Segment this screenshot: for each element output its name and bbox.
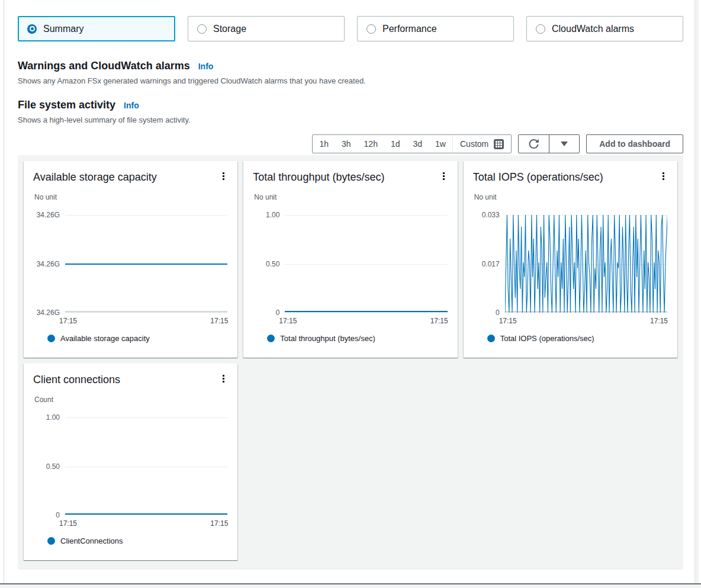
y-tick-label: 0 (276, 309, 280, 317)
y-tick-label: 0.017 (482, 260, 500, 268)
custom-label: Custom (460, 139, 488, 149)
time-range-3d[interactable]: 3d (407, 135, 429, 153)
warnings-section-header: Warnings and CloudWatch alarms Info (18, 60, 683, 72)
x-axis-tick-labels: 17:15 17:15 (279, 317, 448, 325)
chart-card-header: Total throughput (bytes/sec) (253, 170, 448, 184)
legend-item[interactable]: ClientConnections (47, 536, 228, 545)
refresh-split-button (518, 134, 580, 153)
x-tick-start: 17:15 (59, 519, 77, 528)
time-range-12h[interactable]: 12h (358, 135, 384, 153)
x-axis-line (65, 311, 227, 313)
activity-info-link[interactable]: Info (124, 101, 139, 110)
plot-region (65, 417, 227, 515)
chart-card: Total throughput (bytes/sec) No unit 1.0… (243, 161, 457, 358)
legend-item[interactable]: Available storage capacity (47, 334, 228, 343)
gridline-top (65, 215, 227, 216)
time-range-3h[interactable]: 3h (335, 135, 358, 153)
chart-title: Total throughput (bytes/sec) (253, 170, 384, 184)
y-axis-tick-labels: 0.0330.0170 (473, 215, 505, 313)
line-series (505, 215, 667, 313)
tab-label: Summary (43, 24, 83, 34)
warnings-section-description: Shows any Amazon FSx generated warnings … (18, 76, 683, 85)
x-tick-end: 17:15 (430, 317, 448, 325)
monitoring-page: Summary Storage Performance CloudWatch a… (4, 0, 697, 570)
activity-section-title: File system activity (18, 99, 115, 111)
gridline-middle (65, 467, 227, 467)
y-tick-label: 0 (56, 511, 60, 519)
tab-storage[interactable]: Storage (188, 16, 345, 41)
legend-label: Available storage capacity (60, 334, 150, 343)
chart-card-header: Total IOPS (operations/sec) (473, 170, 668, 184)
line-series (65, 264, 227, 265)
activity-section-header: File system activity Info (18, 99, 683, 111)
time-range-1w[interactable]: 1w (429, 135, 452, 153)
chart-plot-area: 1.000.500 (33, 417, 228, 515)
y-tick-label: 0 (496, 309, 500, 317)
radio-unselected-icon (197, 24, 207, 34)
tab-label: CloudWatch alarms (552, 24, 634, 34)
line-series (65, 513, 227, 515)
charts-panel: Available storage capacity No unit 34.26… (18, 155, 683, 570)
y-tick-label: 1.00 (46, 413, 60, 422)
warnings-section-title: Warnings and CloudWatch alarms (18, 60, 190, 72)
y-axis-unit-label: No unit (254, 193, 448, 201)
y-tick-label: 0.50 (266, 260, 279, 268)
kebab-menu-icon[interactable] (219, 170, 228, 182)
legend-item[interactable]: Total IOPS (operations/sec) (487, 334, 668, 343)
refresh-options-button[interactable] (549, 135, 579, 153)
add-to-dashboard-button[interactable]: Add to dashboard (586, 134, 683, 153)
x-tick-end: 17:15 (650, 317, 668, 325)
time-range-1d[interactable]: 1d (384, 135, 407, 153)
x-axis-tick-labels: 17:15 17:15 (59, 519, 228, 528)
refresh-button[interactable] (519, 135, 549, 153)
y-tick-label: 34.26G (37, 260, 60, 268)
charts-grid: Available storage capacity No unit 34.26… (24, 161, 677, 560)
y-axis-tick-labels: 1.000.500 (253, 215, 285, 313)
y-tick-label: 34.26G (37, 309, 60, 317)
line-series (285, 311, 447, 312)
chart-card-header: Available storage capacity (33, 170, 228, 184)
view-selector: Summary Storage Performance CloudWatch a… (18, 16, 683, 41)
x-axis-tick-labels: 17:15 17:15 (59, 317, 228, 325)
legend-item[interactable]: Total throughput (bytes/sec) (267, 334, 448, 343)
x-tick-start: 17:15 (59, 317, 77, 325)
chart-plot-area: 0.0330.0170 (473, 215, 668, 313)
legend-label: Total IOPS (operations/sec) (500, 334, 594, 343)
tab-label: Performance (382, 24, 437, 34)
radio-unselected-icon (536, 24, 545, 34)
y-axis-unit-label: No unit (474, 193, 668, 201)
tab-cloudwatch-alarms[interactable]: CloudWatch alarms (526, 16, 683, 41)
y-tick-label: 0.50 (46, 462, 60, 471)
radio-selected-icon (27, 24, 37, 34)
tab-summary[interactable]: Summary (18, 16, 175, 41)
legend-color-dot (487, 335, 495, 342)
chart-plot-area: 1.000.500 (253, 215, 448, 313)
time-range-1h[interactable]: 1h (313, 135, 335, 153)
x-tick-end: 17:15 (210, 519, 228, 528)
x-tick-start: 17:15 (279, 317, 297, 325)
calendar-icon (494, 139, 504, 149)
radio-unselected-icon (366, 24, 376, 34)
gridline-top (285, 215, 447, 216)
x-axis-tick-labels: 17:15 17:15 (499, 317, 668, 325)
y-axis-unit-label: No unit (34, 193, 228, 201)
refresh-icon (528, 139, 539, 150)
kebab-menu-icon[interactable] (659, 170, 668, 182)
chart-title: Client connections (33, 372, 120, 387)
chart-card: Client connections Count 1.000.500 17:15… (24, 364, 237, 560)
plot-region (505, 215, 667, 313)
warnings-info-link[interactable]: Info (198, 62, 214, 71)
chart-plot-area: 34.26G34.26G34.26G (33, 215, 228, 313)
tab-performance[interactable]: Performance (357, 16, 514, 41)
legend-label: ClientConnections (60, 536, 123, 545)
activity-section-description: Shows a high-level summary of file syste… (18, 115, 683, 124)
kebab-menu-icon[interactable] (439, 170, 448, 182)
time-range-custom[interactable]: Custom (452, 135, 511, 153)
legend-color-dot (47, 537, 55, 545)
kebab-menu-icon[interactable] (219, 372, 228, 385)
chart-card-header: Client connections (33, 372, 228, 387)
y-axis-tick-labels: 1.000.500 (33, 417, 65, 515)
chart-card: Available storage capacity No unit 34.26… (24, 161, 237, 358)
y-axis-tick-labels: 34.26G34.26G34.26G (33, 215, 65, 313)
radio-dot (30, 26, 35, 31)
